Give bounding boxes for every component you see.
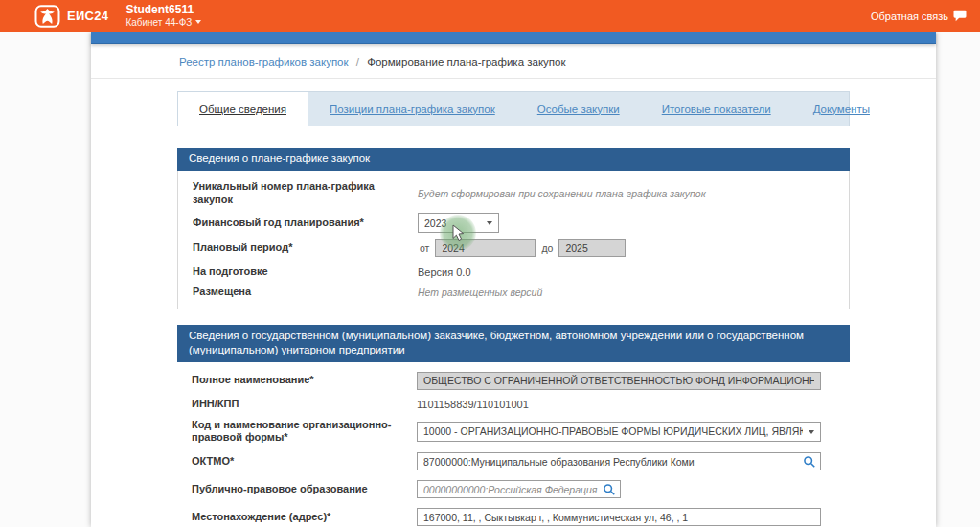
cabinet-label: Кабинет 44-ФЗ [125, 17, 192, 29]
oktmo-input[interactable] [417, 452, 821, 470]
caret-down-icon [195, 20, 201, 24]
field-row-address: Местонахождение (адрес)* [177, 508, 850, 526]
plan-info-section: Сведения о плане-графике закупок Уникаль… [177, 148, 850, 309]
address-input[interactable] [417, 508, 821, 526]
period-to-prefix: до [541, 242, 553, 254]
logo-text: ЕИС24 [67, 9, 108, 23]
field-row-inn-kpp: ИНН/КПП 1101158839/110101001 [177, 398, 850, 411]
org-form-value: 10000 - ОРГАНИЗАЦИОННО-ПРАВОВЫЕ ФОРМЫ ЮР… [423, 425, 803, 437]
field-row-plan-period: Плановый период* от до [178, 239, 849, 257]
field-row-full-name: Полное наименование* [177, 372, 850, 390]
tab-documents[interactable]: Документы [792, 92, 891, 126]
inn-kpp-value: 1101158839/110101001 [417, 399, 529, 410]
username: Student6511 [125, 4, 201, 17]
address-label: Местонахождение (адрес)* [192, 511, 417, 524]
tab-plan-positions[interactable]: Позиции плана-графика закупок [308, 92, 516, 126]
field-row-oktmo: ОКТМО* [177, 452, 850, 470]
field-row-financial-year: Финансовый год планирования* 2023 [178, 213, 849, 233]
tab-bar: Общие сведения Позиции плана-графика зак… [177, 91, 850, 126]
unique-number-value: Будет сформирован при сохранении плана-г… [418, 188, 706, 199]
field-row-org-form: Код и наименование организационно-правов… [177, 419, 850, 446]
field-row-placed: Размещена Нет размещенных версий [178, 286, 849, 299]
feedback-bubble-icon [953, 10, 967, 22]
breadcrumb-separator: / [356, 57, 359, 68]
breadcrumb-link-plans-registry[interactable]: Реестр планов-графиков закупок [179, 57, 349, 68]
in-preparation-value: Версия 0.0 [418, 266, 471, 278]
tab-special-purchases[interactable]: Особые закупки [516, 92, 641, 126]
content-panel: Реестр планов-графиков закупок / Формиро… [91, 32, 936, 527]
financial-year-select[interactable]: 2023 [418, 213, 499, 233]
tab-general-info[interactable]: Общие сведения [177, 91, 308, 126]
org-form-label: Код и наименование организационно-правов… [192, 419, 417, 446]
breadcrumb-current: Формирование плана-графика закупок [367, 57, 565, 68]
search-icon[interactable] [803, 455, 816, 469]
placed-value: Нет размещенных версий [418, 286, 542, 298]
customer-section-title: Сведения о государственном (муниципально… [177, 325, 850, 362]
eis-eagle-icon [34, 5, 60, 28]
customer-info-section: Сведения о государственном (муниципально… [177, 325, 850, 527]
field-row-unique-number: Уникальный номер плана-графика закупок Б… [178, 180, 849, 207]
financial-year-value: 2023 [424, 218, 446, 229]
search-icon[interactable] [603, 483, 616, 496]
inn-kpp-label: ИНН/КПП [192, 398, 417, 411]
feedback-label: Обратная связь [871, 11, 948, 22]
eis-logo[interactable]: ЕИС24 [34, 5, 108, 28]
plan-section-title: Сведения о плане-графике закупок [177, 148, 850, 171]
full-name-label: Полное наименование* [192, 374, 417, 387]
top-header-bar: ЕИС24 Student6511 Кабинет 44-ФЗ Обратная… [0, 0, 980, 32]
chevron-down-icon [809, 430, 814, 434]
feedback-link[interactable]: Обратная связь [871, 10, 967, 22]
main-nav-bar [91, 32, 936, 44]
placed-label: Размещена [193, 286, 418, 299]
tab-total-indicators[interactable]: Итоговые показатели [641, 92, 792, 126]
period-from-input[interactable] [435, 239, 536, 257]
org-form-select[interactable]: 10000 - ОРГАНИЗАЦИОННО-ПРАВОВЫЕ ФОРМЫ ЮР… [417, 422, 821, 442]
chevron-down-icon [487, 221, 492, 225]
breadcrumb: Реестр планов-графиков закупок / Формиро… [91, 44, 936, 79]
field-row-in-preparation: На подготовке Версия 0.0 [178, 265, 849, 279]
plan-period-label: Плановый период* [193, 241, 418, 255]
period-to-input[interactable] [558, 239, 626, 257]
unique-number-label: Уникальный номер плана-графика закупок [193, 180, 418, 207]
ppo-input[interactable] [417, 480, 621, 498]
oktmo-label: ОКТМО* [192, 455, 417, 469]
full-name-input [417, 372, 821, 390]
field-row-ppo: Публично-правовое образование [177, 480, 850, 498]
ppo-label: Публично-правовое образование [192, 483, 417, 496]
user-menu[interactable]: Student6511 Кабинет 44-ФЗ [125, 4, 201, 28]
in-preparation-label: На подготовке [193, 265, 418, 279]
period-from-prefix: от [420, 242, 429, 254]
financial-year-label: Финансовый год планирования* [193, 217, 418, 230]
